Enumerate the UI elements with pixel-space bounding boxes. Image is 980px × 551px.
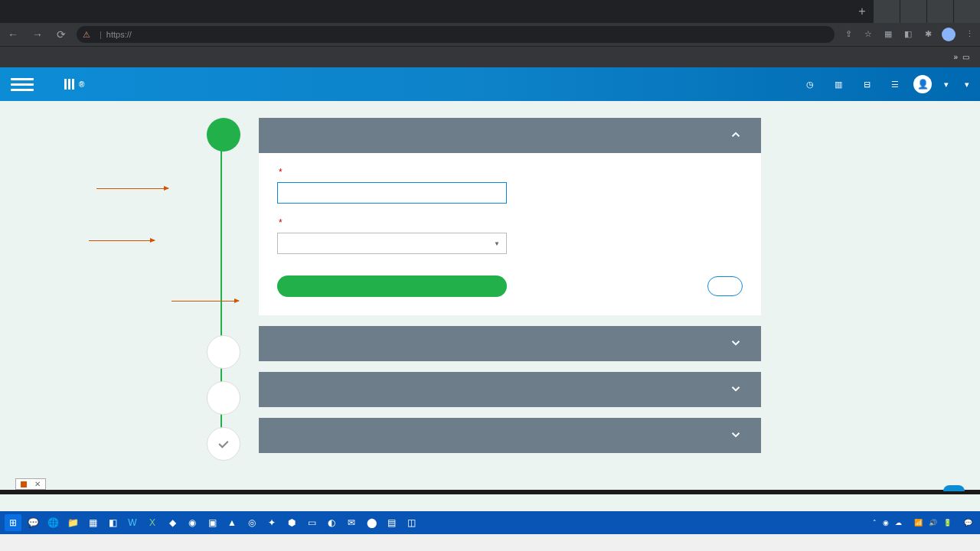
domain-input[interactable] xyxy=(277,182,507,204)
extension-icon[interactable]: ▦ xyxy=(882,28,894,40)
notifications-tray-icon[interactable]: 💬 xyxy=(964,519,972,527)
annotation-2 xyxy=(84,240,155,241)
bookmarks-bar: » ▭ xyxy=(0,46,980,67)
extension-icons: ⇪ ☆ ▦ ◧ ✱ ⋮ xyxy=(842,28,975,41)
app-icon-2[interactable]: ◆ xyxy=(164,514,181,531)
start-button[interactable]: ⊞ xyxy=(5,514,21,531)
back-button[interactable]: ← xyxy=(5,28,21,41)
battery-icon[interactable]: 🔋 xyxy=(943,519,952,527)
step-3-header[interactable] xyxy=(259,372,761,407)
step-2-indicator[interactable] xyxy=(207,335,240,369)
step-4-indicator[interactable] xyxy=(207,427,240,461)
minimize-button[interactable] xyxy=(900,0,926,23)
app-icon-8[interactable]: ⬢ xyxy=(283,514,300,531)
step-2-header[interactable] xyxy=(259,326,761,361)
annotation-1 xyxy=(92,188,168,189)
app-viewport: ® ◷ ▥ ⊟ ☰ 👤 ▾ ▾ xyxy=(0,67,980,511)
next-button[interactable] xyxy=(277,276,507,297)
feedback-button[interactable] xyxy=(943,485,965,491)
gauge-icon: ◷ xyxy=(804,78,816,90)
store-icon[interactable]: ▦ xyxy=(84,514,101,531)
lang-menu[interactable]: ▾ xyxy=(961,80,969,90)
notifications-icon[interactable]: ☰ xyxy=(889,78,901,90)
ip-select[interactable] xyxy=(277,233,507,254)
new-tab-button[interactable]: + xyxy=(851,0,873,23)
wifi-icon[interactable]: 📶 xyxy=(914,519,923,527)
taskview-icon[interactable]: 💬 xyxy=(24,514,41,531)
step-4-header[interactable] xyxy=(259,418,761,453)
brand-logo[interactable]: ® xyxy=(64,79,85,90)
ip-chip[interactable]: ✕ xyxy=(15,478,46,490)
excel-icon[interactable]: X xyxy=(144,514,161,531)
app-icon-13[interactable]: ▤ xyxy=(383,514,400,531)
app-icon-3[interactable]: ◉ xyxy=(184,514,201,531)
maximize-button[interactable] xyxy=(927,0,953,23)
step-1-indicator[interactable] xyxy=(207,118,240,152)
footer-version xyxy=(0,490,980,494)
user-menu[interactable]: 👤 ▾ xyxy=(913,75,949,93)
explorer-icon[interactable]: 📁 xyxy=(64,514,81,531)
star-icon[interactable]: ☆ xyxy=(862,28,874,40)
app-icon-4[interactable]: ▣ xyxy=(204,514,220,531)
word-icon[interactable]: W xyxy=(124,514,141,531)
close-window-button[interactable] xyxy=(954,0,980,23)
tab-overflow-icon[interactable] xyxy=(874,0,900,23)
forward-button[interactable]: → xyxy=(29,28,46,41)
app-icon-6[interactable]: ◎ xyxy=(243,514,260,531)
cancel-button[interactable] xyxy=(707,276,743,296)
puzzle-icon[interactable]: ✱ xyxy=(922,28,934,40)
app-icon-12[interactable]: ⬤ xyxy=(363,514,380,531)
bookmarks-overflow-icon[interactable]: » xyxy=(953,53,958,61)
chevron-up-icon xyxy=(729,128,743,144)
disk-icon: ⊟ xyxy=(861,78,873,90)
app-icon-5[interactable]: ▲ xyxy=(224,514,240,531)
app-icon-14[interactable]: ◫ xyxy=(403,514,420,531)
browser-tab-strip: + xyxy=(0,0,980,23)
app-icon-9[interactable]: ▭ xyxy=(303,514,320,531)
step-1-header[interactable] xyxy=(259,118,761,153)
address-bar: ← → ⟳ ⚠ | https:// ⇪ ☆ ▦ ◧ ✱ ⋮ xyxy=(0,23,980,46)
extension-icon-2[interactable]: ◧ xyxy=(902,28,914,40)
edge-icon[interactable]: 🌐 xyxy=(44,514,61,531)
tray-icon[interactable]: ◉ xyxy=(883,519,889,527)
app-icon[interactable]: ◧ xyxy=(104,514,121,531)
url-input[interactable]: ⚠ | https:// xyxy=(77,26,835,43)
ip-label: * xyxy=(277,217,743,228)
step-3-indicator[interactable] xyxy=(207,381,240,415)
domain-label: * xyxy=(277,167,743,178)
share-icon[interactable]: ⇪ xyxy=(842,28,854,40)
app-icon-10[interactable]: ◐ xyxy=(323,514,340,531)
volume-icon[interactable]: 🔊 xyxy=(929,519,937,527)
memory-stat[interactable]: ▥ xyxy=(832,78,848,90)
step-1-body: * * xyxy=(259,153,761,315)
windows-taskbar: ⊞ 💬 🌐 📁 ▦ ◧ W X ◆ ◉ ▣ ▲ ◎ ✦ ⬢ ▭ ◐ ✉ ⬤ ▤ … xyxy=(0,511,980,534)
chevron-down-icon xyxy=(729,336,743,352)
hamburger-icon[interactable] xyxy=(11,78,34,91)
user-avatar-icon: 👤 xyxy=(913,75,932,93)
app-icon-11[interactable]: ✉ xyxy=(343,514,360,531)
disk-stat[interactable]: ⊟ xyxy=(861,78,877,90)
window-controls xyxy=(873,0,980,23)
app-header: ® ◷ ▥ ⊟ ☰ 👤 ▾ ▾ xyxy=(0,67,980,101)
tray-chevron-icon[interactable]: ˄ xyxy=(873,519,877,527)
kebab-menu-icon[interactable]: ⋮ xyxy=(963,28,975,40)
reload-button[interactable]: ⟳ xyxy=(54,28,69,41)
reading-list-icon[interactable]: ▭ xyxy=(962,53,969,61)
chip-icon: ▥ xyxy=(832,78,844,90)
chevron-down-icon xyxy=(729,382,743,398)
app-icon-7[interactable]: ✦ xyxy=(263,514,280,531)
cpu-stat[interactable]: ◷ xyxy=(804,78,820,90)
annotation-3 xyxy=(167,301,239,302)
profile-avatar[interactable] xyxy=(942,28,956,41)
not-secure-icon: ⚠ xyxy=(83,30,90,40)
tray-cloud-icon[interactable]: ☁ xyxy=(895,519,902,527)
chevron-down-icon xyxy=(729,428,743,444)
